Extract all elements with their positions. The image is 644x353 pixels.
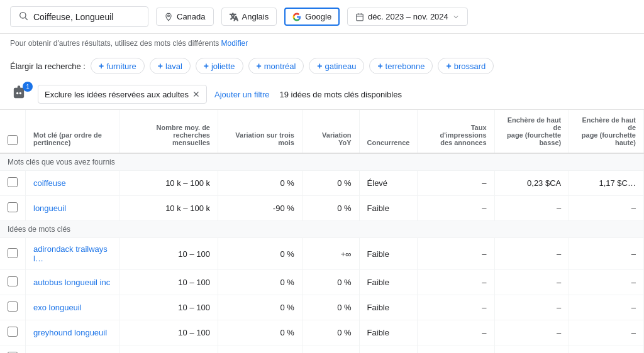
header-bid-high[interactable]: Enchère de haut depage (fourchettehaute) [569, 110, 644, 153]
keyword-cell: coiffeuse [26, 171, 119, 196]
chip-laval[interactable]: + laval [150, 58, 191, 74]
table-row: adirondack trailways l… 10 – 100 0 % +∞ … [0, 238, 644, 270]
bid-low-cell: – [494, 295, 569, 320]
keyword-link[interactable]: longueuil [33, 204, 66, 213]
chip-terrebonne[interactable]: + terrebonne [369, 58, 433, 74]
country-label: Canada [177, 12, 206, 21]
keywords-table: Mot clé (par ordre depertinence) Nombre … [0, 110, 644, 353]
chip-gatineau[interactable]: + gatineau [309, 58, 364, 74]
section-ideas-header: Idées de mots clés [0, 221, 644, 238]
keyword-count: 19 idées de mots clés disponibles [280, 90, 402, 99]
country-filter[interactable]: Canada [156, 8, 214, 26]
row-checkbox-cell[interactable] [0, 345, 26, 354]
engine-label: Google [305, 12, 331, 21]
header-bid-low-label: Enchère de haut depage (fourchettebasse) [507, 116, 561, 146]
plus-icon: + [204, 61, 209, 71]
language-label: Anglais [242, 12, 269, 21]
expand-label: Élargir la recherche : [10, 62, 86, 71]
searches-cell: 10 – 100 [119, 295, 218, 320]
language-filter[interactable]: Anglais [221, 8, 277, 26]
variationyoy-cell: 0 % [302, 345, 359, 354]
robot-icon-container: 1 [10, 84, 30, 104]
chip-furniture[interactable]: + furniture [91, 58, 145, 74]
variationyoy-cell: 0 % [302, 196, 359, 221]
keyword-link[interactable]: coiffeuse [33, 178, 66, 188]
header-competition-label: Concurrence [367, 139, 410, 146]
competition-cell: Faible [359, 345, 418, 354]
variationyoy-cell: 0 % [302, 295, 359, 320]
row-checkbox-cell[interactable] [0, 320, 26, 345]
keyword-cell: greyhound longueuil [26, 320, 119, 345]
bid-high-cell: – [569, 270, 644, 295]
svg-line-1 [25, 18, 28, 20]
top-bar: Coiffeuse, Longueuil Canada Anglais Goog… [0, 0, 644, 34]
header-searches[interactable]: Nombre moy. de recherchesmensuelles [119, 110, 218, 153]
header-variationyoy[interactable]: Variation YoY [302, 110, 359, 153]
header-keyword[interactable]: Mot clé (par ordre depertinence) [26, 110, 119, 153]
checkbox-header [0, 110, 26, 153]
plus-icon: + [257, 61, 262, 71]
badge-count: 1 [23, 82, 33, 92]
header-competition[interactable]: Concurrence [359, 110, 418, 153]
searches-cell: 10 k – 100 k [119, 196, 218, 221]
close-icon[interactable]: ✕ [192, 89, 200, 99]
row-checkbox-cell[interactable] [0, 295, 26, 320]
row-checkbox[interactable] [8, 327, 18, 337]
date-label: déc. 2023 – nov. 2024 [368, 12, 448, 21]
row-checkbox-cell[interactable] [0, 270, 26, 295]
keyword-link[interactable]: exo longueuil [33, 303, 82, 312]
bid-low-cell: 0,23 $CA [494, 171, 569, 196]
search-box[interactable]: Coiffeuse, Longueuil [10, 6, 148, 27]
google-icon [292, 13, 301, 21]
keyword-link[interactable]: greyhound longueuil [33, 328, 107, 337]
header-bid-high-label: Enchère de haut depage (fourchettehaute) [582, 116, 636, 146]
chip-joliette-label: joliette [211, 62, 235, 71]
row-checkbox[interactable] [8, 202, 18, 212]
row-checkbox-cell[interactable] [0, 238, 26, 270]
row-checkbox[interactable] [8, 177, 18, 187]
variation3m-cell: 0 % [218, 270, 302, 295]
info-text: Pour obtenir d'autres résultats, utilise… [10, 39, 219, 48]
header-keyword-label: Mot clé (par ordre depertinence) [33, 131, 102, 146]
chip-joliette[interactable]: + joliette [196, 58, 243, 74]
date-filter[interactable]: déc. 2023 – nov. 2024 [347, 8, 468, 26]
header-impressions[interactable]: Taux d'impressionsdes annonces [418, 110, 494, 153]
table-row: exo longueuil 10 – 100 0 % 0 % Faible – … [0, 295, 644, 320]
row-checkbox-cell[interactable] [0, 171, 26, 196]
row-checkbox[interactable] [8, 248, 18, 258]
row-checkbox-cell[interactable] [0, 196, 26, 221]
engine-filter[interactable]: Google [284, 8, 340, 26]
exclusion-pill[interactable]: Exclure les idées réservées aux adultes … [38, 85, 207, 104]
search-icon [18, 11, 28, 23]
header-bid-low[interactable]: Enchère de haut depage (fourchettebasse) [494, 110, 569, 153]
variationyoy-cell: 0 % [302, 320, 359, 345]
bid-high-cell: – [569, 345, 644, 354]
impressions-cell: – [418, 238, 494, 270]
variation3m-cell: 0 % [218, 171, 302, 196]
variation3m-cell: -90 % [218, 345, 302, 354]
plus-icon: + [446, 61, 451, 71]
modifier-link[interactable]: Modifier [221, 39, 248, 48]
calendar-icon [355, 13, 364, 21]
table-row: longueuil pq 100 – 1 k -90 % 0 % Faible … [0, 345, 644, 354]
info-bar: Pour obtenir d'autres résultats, utilise… [0, 34, 644, 53]
bid-low-cell: – [494, 238, 569, 270]
add-filter-button[interactable]: Ajouter un filtre [214, 90, 269, 99]
keyword-link[interactable]: autobus longueuil inc [33, 278, 110, 287]
keyword-link[interactable]: adirondack trailways l… [33, 244, 108, 263]
impressions-cell: – [418, 345, 494, 354]
header-variation3m[interactable]: Variation sur trois mois [218, 110, 302, 153]
chip-montreal-label: montréal [264, 62, 296, 71]
svg-point-2 [168, 14, 170, 16]
keyword-cell: autobus longueuil inc [26, 270, 119, 295]
row-checkbox[interactable] [8, 301, 18, 312]
impressions-cell: – [418, 196, 494, 221]
row-checkbox[interactable] [8, 276, 18, 286]
select-all-checkbox[interactable] [8, 135, 18, 145]
competition-cell: Faible [359, 270, 418, 295]
impressions-cell: – [418, 320, 494, 345]
language-icon [230, 13, 238, 21]
chip-brossard[interactable]: + brossard [438, 58, 494, 74]
chip-montreal[interactable]: + montréal [248, 58, 304, 74]
bid-high-cell: 1,17 $C… [569, 171, 644, 196]
